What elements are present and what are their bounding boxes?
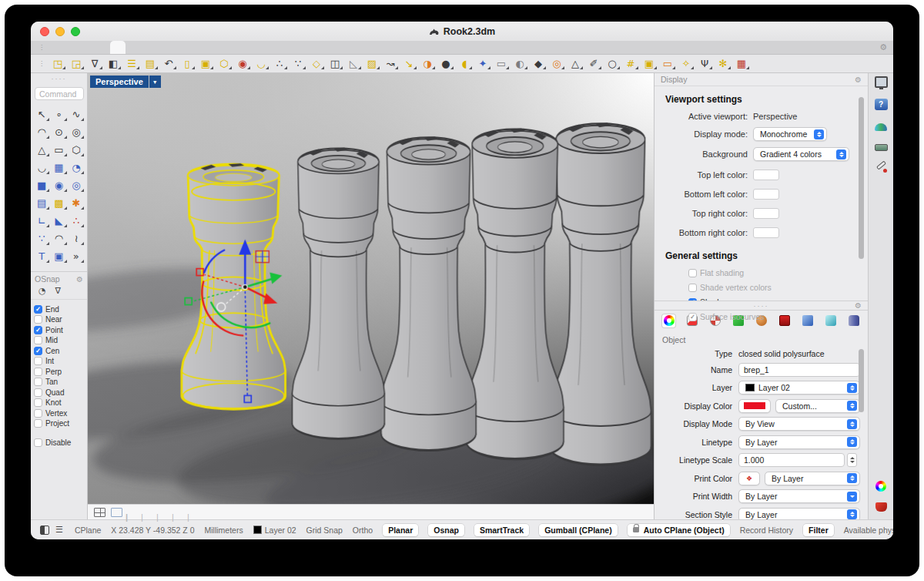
- osnap-checkbox[interactable]: Project: [34, 419, 84, 428]
- status-item[interactable]: Auto CPlane (Object): [628, 524, 730, 536]
- background-dropdown[interactable]: Gradient 4 colors: [753, 147, 849, 161]
- select-all-icon[interactable]: ◧: [104, 56, 122, 71]
- osnap-checkbox[interactable]: End: [34, 305, 84, 314]
- status-item[interactable]: Grid Snap: [306, 526, 343, 535]
- selection-filter-icon[interactable]: ∇: [85, 56, 104, 71]
- brush-icon[interactable]: ✐: [584, 56, 603, 71]
- print-width-dropdown[interactable]: By Layer: [738, 489, 860, 503]
- osnap-checkbox[interactable]: Near: [34, 315, 84, 324]
- perspective-viewport[interactable]: Perspective ▼: [88, 73, 654, 504]
- curve-icon[interactable]: ∿: [68, 106, 85, 122]
- status-item[interactable]: Planar: [383, 524, 418, 536]
- status-item[interactable]: X 23.428 Y -49.352 Z 0: [111, 526, 194, 535]
- select-mirror-icon[interactable]: ◫: [326, 56, 344, 71]
- status-item[interactable]: SmartTrack: [474, 524, 529, 536]
- color-swatch-button[interactable]: [753, 170, 779, 180]
- sphere-icon[interactable]: ◉: [50, 177, 67, 193]
- select-by-name-icon[interactable]: ▯: [178, 56, 196, 71]
- toolbar-grip[interactable]: ⋮: [38, 60, 45, 67]
- color-wheel-tab-icon[interactable]: [662, 314, 675, 327]
- osnap-checkbox[interactable]: Quad: [34, 388, 84, 397]
- linetype-dropdown[interactable]: By Layer: [738, 435, 860, 449]
- menu-tab[interactable]: [280, 41, 295, 54]
- select-layer-icon[interactable]: ☰: [122, 56, 141, 71]
- stepper-buttons[interactable]: [847, 453, 857, 467]
- rook-3[interactable]: [381, 136, 476, 451]
- menu-tab[interactable]: [203, 41, 218, 54]
- display-mode-dropdown[interactable]: Monochrome: [753, 127, 827, 141]
- surface-icon[interactable]: ▦: [50, 160, 67, 175]
- chamfer-icon[interactable]: ◣: [50, 213, 67, 228]
- notes-pen-icon[interactable]: [875, 162, 888, 173]
- gear-icon[interactable]: ⚙: [879, 42, 887, 52]
- menu-tab[interactable]: [264, 41, 280, 54]
- menu-tab[interactable]: [64, 41, 79, 54]
- point-set-icon[interactable]: ∵: [33, 230, 50, 246]
- polyline-icon[interactable]: △: [33, 142, 50, 157]
- status-item[interactable]: Record History: [740, 526, 793, 535]
- splash-icon[interactable]: ✻: [714, 56, 732, 71]
- select-clipped-icon[interactable]: ◇: [307, 56, 326, 71]
- panel-divider[interactable]: ···· ⚙: [654, 301, 868, 311]
- select-points-icon[interactable]: ◳: [49, 56, 67, 71]
- explode-icon[interactable]: ✱: [68, 195, 85, 210]
- close-button[interactable]: [40, 27, 49, 36]
- select-chain-icon[interactable]: ↝: [381, 56, 400, 71]
- status-item[interactable]: Filter: [803, 524, 834, 536]
- object-display-mode-dropdown[interactable]: By View: [738, 417, 860, 431]
- linetype-scale-input[interactable]: [738, 453, 845, 467]
- minimize-button[interactable]: [55, 27, 65, 36]
- command-input[interactable]: [35, 87, 84, 100]
- move-icon[interactable]: ▣: [50, 248, 67, 264]
- color-swatch-button[interactable]: [753, 208, 779, 219]
- four-pane-icon[interactable]: [94, 508, 105, 517]
- undo-selection-icon[interactable]: ↶: [159, 56, 178, 71]
- osnap-tab-icon[interactable]: ◔: [38, 286, 46, 296]
- display-option-checkbox[interactable]: Shade vertex colors: [688, 283, 849, 292]
- osnap-checkbox[interactable]: Tan: [34, 378, 84, 386]
- menu-tab[interactable]: [233, 41, 249, 54]
- menu-tab[interactable]: [126, 41, 141, 54]
- color-swatch-button[interactable]: [753, 189, 779, 200]
- select-atom-icon[interactable]: ◎: [547, 56, 566, 71]
- menu-tab[interactable]: [141, 41, 156, 54]
- menu-tab[interactable]: [218, 41, 233, 54]
- torus-icon[interactable]: ◎: [68, 177, 85, 193]
- rook-5[interactable]: [550, 123, 651, 465]
- sidebar-grip[interactable]: ····: [31, 73, 87, 84]
- text-icon[interactable]: T: [33, 248, 50, 264]
- osnap-checkbox[interactable]: Cen: [34, 347, 84, 355]
- pointer-icon[interactable]: ↖: [33, 106, 50, 122]
- menu-tab[interactable]: [49, 41, 64, 54]
- libraries-icon[interactable]: [875, 144, 888, 151]
- color-wheel-icon[interactable]: [875, 481, 886, 492]
- red-cube-icon[interactable]: ▦: [732, 56, 751, 71]
- rook-2[interactable]: [293, 147, 385, 438]
- selection-window-icon[interactable]: ▭: [492, 56, 511, 71]
- scrollbar-thumb[interactable]: [859, 97, 864, 259]
- scrollbar-thumb[interactable]: [859, 349, 864, 412]
- menu-tab[interactable]: [95, 41, 110, 54]
- section-style-dropdown[interactable]: By Layer: [738, 508, 860, 520]
- blend-icon[interactable]: ◠: [50, 230, 67, 246]
- select-color-icon[interactable]: ◉: [233, 56, 252, 71]
- select-dots-icon[interactable]: ∵: [289, 56, 307, 71]
- select-point-cloud-icon[interactable]: ∴: [270, 56, 289, 71]
- polysurface-icon[interactable]: ▤: [33, 195, 50, 210]
- select-box-icon[interactable]: ▣: [640, 56, 658, 71]
- rectangle-icon[interactable]: ▭: [50, 142, 67, 157]
- select-connected-icon[interactable]: ↘: [400, 56, 418, 71]
- osnap-filter-tab-icon[interactable]: ∇: [55, 286, 61, 296]
- 3d-scene[interactable]: [88, 73, 654, 504]
- arc-icon[interactable]: ◠: [33, 124, 50, 139]
- select-open-objects-icon[interactable]: ◖: [455, 56, 474, 71]
- select-surface-icon[interactable]: ◡: [252, 56, 270, 71]
- color-swatch-button[interactable]: [753, 227, 779, 238]
- select-cube-icon[interactable]: ◆: [529, 56, 547, 71]
- select-solids-icon[interactable]: ▤: [141, 56, 159, 71]
- status-item[interactable]: Gumball (CPlane): [539, 524, 618, 536]
- ellipse-icon[interactable]: ◎: [68, 124, 85, 139]
- select-subobjects-icon[interactable]: ✦: [474, 56, 492, 71]
- monitor-icon[interactable]: ▭: [658, 56, 677, 71]
- color-balls-icon[interactable]: ∴: [68, 213, 85, 228]
